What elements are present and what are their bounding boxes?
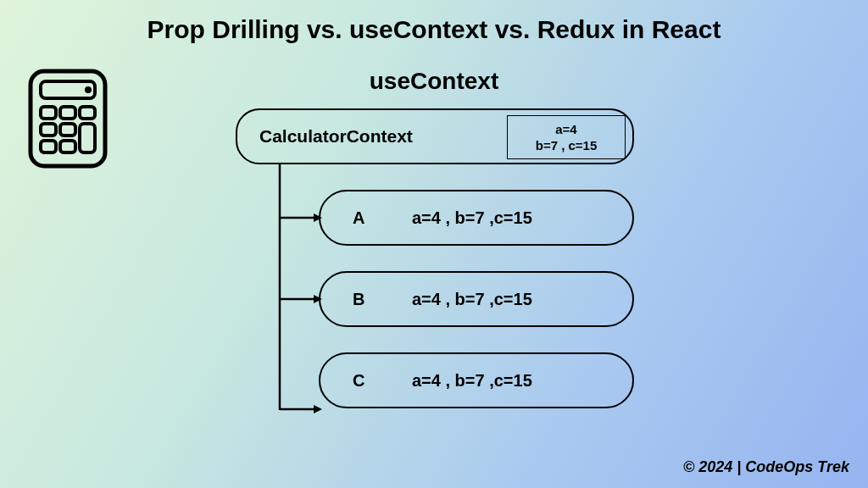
node-values: a=4 , b=7 ,c=15 bbox=[412, 208, 532, 228]
usecontext-diagram: CalculatorContext a=4 b=7 , c=15 A a=4 ,… bbox=[236, 108, 659, 408]
calculator-icon bbox=[25, 68, 110, 173]
context-label: CalculatorContext bbox=[259, 126, 413, 147]
node-values: a=4 , b=7 ,c=15 bbox=[412, 371, 532, 391]
context-data-line2: b=7 , c=15 bbox=[536, 137, 598, 154]
svg-rect-9 bbox=[60, 141, 75, 152]
section-subtitle: useContext bbox=[0, 68, 868, 95]
context-data-box: a=4 b=7 , c=15 bbox=[507, 115, 626, 159]
consumer-node-b: B a=4 , b=7 ,c=15 bbox=[319, 271, 634, 327]
svg-marker-17 bbox=[314, 405, 322, 413]
svg-rect-6 bbox=[41, 124, 56, 136]
page-title: Prop Drilling vs. useContext vs. Redux i… bbox=[0, 15, 868, 44]
node-letter: A bbox=[353, 208, 412, 228]
consumer-node-a: A a=4 , b=7 ,c=15 bbox=[319, 190, 634, 246]
svg-rect-5 bbox=[80, 107, 95, 119]
context-provider-box: CalculatorContext a=4 b=7 , c=15 bbox=[236, 108, 634, 164]
node-letter: B bbox=[353, 290, 412, 309]
footer-copyright: © 2024 | CodeOps Trek bbox=[683, 458, 849, 476]
svg-rect-7 bbox=[60, 124, 75, 136]
svg-rect-8 bbox=[41, 141, 56, 152]
svg-rect-4 bbox=[60, 107, 75, 119]
context-data-line1: a=4 bbox=[555, 121, 576, 138]
consumer-node-c: C a=4 , b=7 ,c=15 bbox=[319, 352, 634, 408]
svg-rect-10 bbox=[80, 124, 95, 152]
node-values: a=4 , b=7 ,c=15 bbox=[412, 290, 532, 309]
svg-point-2 bbox=[85, 86, 92, 93]
svg-rect-3 bbox=[41, 107, 56, 119]
connector-lines bbox=[275, 164, 326, 444]
node-letter: C bbox=[353, 371, 412, 391]
